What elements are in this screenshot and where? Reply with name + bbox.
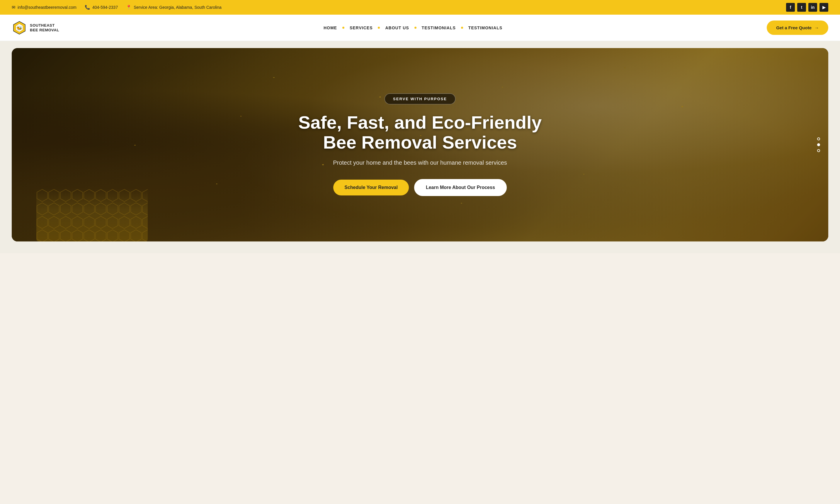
hero-section: SERVE WITH PURPOSE Safe, Fast, and Eco-F… — [12, 48, 828, 241]
hero-subtitle: Protect your home and the bees with our … — [333, 159, 507, 166]
email-icon: ✉ — [12, 5, 16, 10]
instagram-icon[interactable]: in — [808, 3, 817, 12]
nav-item-services[interactable]: SERVICES — [344, 25, 378, 30]
twitter-icon[interactable]: t — [797, 3, 806, 12]
main-wrapper: SERVE WITH PURPOSE Safe, Fast, and Eco-F… — [0, 41, 840, 253]
service-area-text: Service Area: Georgia, Alabama, South Ca… — [133, 5, 221, 10]
nav-links: HOME SERVICES ABOUT US TESTIMONIALS TEST… — [318, 25, 507, 30]
phone-item: 📞 404-594-2337 — [85, 5, 118, 10]
nav-item-about[interactable]: ABOUT US — [380, 25, 414, 30]
cta-label: Get a Free Quote — [776, 25, 811, 30]
navbar: 🐝 SOUTHEAST BEE REMOVAL HOME SERVICES AB… — [0, 15, 840, 41]
facebook-icon[interactable]: f — [786, 3, 795, 12]
nav-link-testimonials1[interactable]: TESTIMONIALS — [416, 25, 461, 30]
hero-content: SERVE WITH PURPOSE Safe, Fast, and Eco-F… — [12, 48, 828, 241]
nav-item-home[interactable]: HOME — [318, 25, 342, 30]
svg-text:🐝: 🐝 — [16, 25, 22, 31]
cta-arrow: → — [815, 25, 819, 30]
logo[interactable]: 🐝 SOUTHEAST BEE REMOVAL — [12, 20, 59, 35]
hero-title-line1: Safe, Fast, and Eco-Friendly — [298, 112, 542, 132]
youtube-icon[interactable]: ▶ — [820, 3, 828, 12]
location-icon: 📍 — [126, 5, 131, 10]
nav-item-testimonials2[interactable]: TESTIMONIALS — [463, 25, 507, 30]
logo-text: SOUTHEAST BEE REMOVAL — [30, 23, 59, 32]
social-icons: f t in ▶ — [786, 3, 828, 12]
nav-dot-2 — [378, 27, 380, 29]
hero-title: Safe, Fast, and Eco-Friendly Bee Removal… — [298, 112, 542, 152]
nav-dot-4 — [461, 27, 463, 29]
email-item: ✉ info@southeastbeeremoval.com — [12, 5, 76, 10]
get-free-quote-button[interactable]: Get a Free Quote → — [767, 20, 828, 35]
phone-text: 404-594-2337 — [92, 5, 118, 10]
hero-badge: SERVE WITH PURPOSE — [385, 93, 455, 104]
nav-link-home[interactable]: HOME — [318, 25, 342, 30]
nav-dot-3 — [414, 27, 416, 29]
slider-dot-2[interactable] — [817, 143, 820, 146]
phone-icon: 📞 — [85, 5, 90, 10]
schedule-removal-button[interactable]: Schedule Your Removal — [333, 180, 409, 195]
nav-link-services[interactable]: SERVICES — [344, 25, 378, 30]
top-bar-left: ✉ info@southeastbeeremoval.com 📞 404-594… — [12, 5, 221, 10]
nav-dot-1 — [342, 27, 344, 29]
email-text: info@southeastbeeremoval.com — [18, 5, 76, 10]
top-bar: ✉ info@southeastbeeremoval.com 📞 404-594… — [0, 0, 840, 15]
hero-buttons: Schedule Your Removal Learn More About O… — [333, 179, 507, 196]
nav-link-testimonials2[interactable]: TESTIMONIALS — [463, 25, 507, 30]
slider-dots — [817, 138, 820, 152]
slider-dot-3[interactable] — [817, 149, 820, 152]
nav-link-about[interactable]: ABOUT US — [380, 25, 414, 30]
hero-title-line2: Bee Removal Services — [323, 132, 517, 152]
slider-dot-1[interactable] — [817, 138, 820, 140]
nav-item-testimonials1[interactable]: TESTIMONIALS — [416, 25, 461, 30]
logo-svg: 🐝 — [12, 20, 27, 35]
learn-more-button[interactable]: Learn More About Our Process — [414, 179, 507, 196]
service-area-item: 📍 Service Area: Georgia, Alabama, South … — [126, 5, 221, 10]
